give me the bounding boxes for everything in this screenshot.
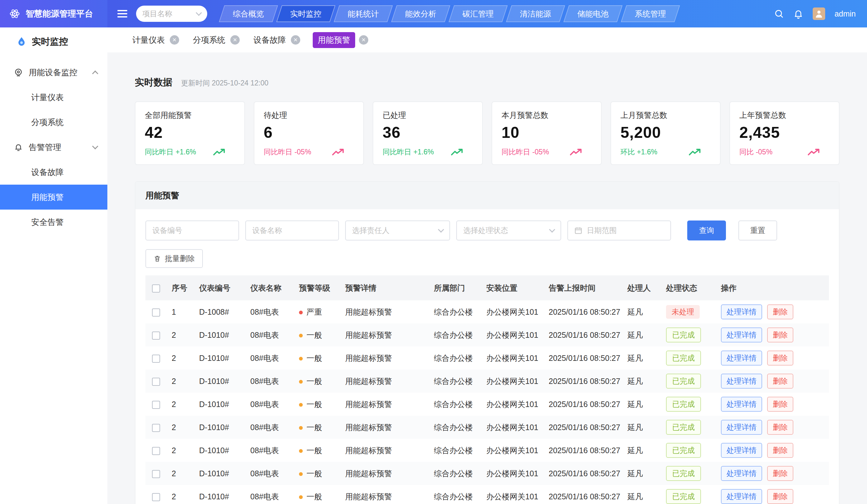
row-checkbox[interactable] xyxy=(152,354,160,363)
device-no-input[interactable] xyxy=(146,220,239,240)
row-checkbox[interactable] xyxy=(152,331,160,340)
nav-tab[interactable]: 综合概览 xyxy=(219,5,278,22)
delete-button[interactable]: 删除 xyxy=(767,466,793,481)
detail-button[interactable]: 处理详情 xyxy=(721,397,762,412)
table-cell: 综合办公楼 xyxy=(429,416,481,439)
nav-tab[interactable]: 系统管理 xyxy=(621,5,680,22)
username: admin xyxy=(835,9,856,19)
delete-button[interactable]: 删除 xyxy=(767,420,793,435)
sidebar-group[interactable]: 用能设备监控 xyxy=(0,60,107,85)
tab-chip[interactable]: 用能预警× xyxy=(313,32,368,48)
column-header: 序号 xyxy=(167,275,194,300)
bell-icon[interactable] xyxy=(793,9,803,19)
level-dot xyxy=(299,311,303,314)
sidebar-group[interactable]: 告警管理 xyxy=(0,135,107,160)
nav-tab[interactable]: 实时监控 xyxy=(276,5,335,22)
table-cell: 08#电表 xyxy=(245,300,294,324)
detail-button[interactable]: 处理详情 xyxy=(721,443,762,458)
stat-card-delta: 同比昨日 +1.6% xyxy=(383,147,434,157)
table-row: 2D-1010#08#电表一般用能超标预警综合办公楼办公楼网关1012025/0… xyxy=(146,416,829,439)
table-cell: 2 xyxy=(167,485,194,504)
nav-tab[interactable]: 能效分析 xyxy=(391,5,450,22)
project-select[interactable]: 项目名称 xyxy=(136,6,207,22)
close-icon[interactable]: × xyxy=(170,35,179,45)
nav-tab[interactable]: 能耗统计 xyxy=(334,5,393,22)
detail-button[interactable]: 处理详情 xyxy=(721,351,762,365)
row-checkbox[interactable] xyxy=(152,493,160,501)
sidebar-item[interactable]: 设备故障 xyxy=(0,160,107,185)
delete-button[interactable]: 删除 xyxy=(767,351,793,365)
stat-card: 上月预警总数5,200环比 +1.6% xyxy=(610,101,721,165)
detail-button[interactable]: 处理详情 xyxy=(721,328,762,342)
alerts-panel: 用能预警 选择责任人 选择处理状态 xyxy=(135,181,839,504)
level-dot xyxy=(299,357,303,361)
tab-chip[interactable]: 分项系统× xyxy=(192,32,240,48)
row-checkbox[interactable] xyxy=(152,401,160,409)
row-checkbox[interactable] xyxy=(152,470,160,478)
delete-button[interactable]: 删除 xyxy=(767,443,793,458)
delete-button[interactable]: 删除 xyxy=(767,374,793,388)
nav-tab[interactable]: 储能电池 xyxy=(563,5,623,22)
level-cell: 一般 xyxy=(294,393,340,416)
level-dot xyxy=(299,403,303,407)
tab-chip[interactable]: 设备故障× xyxy=(252,32,300,48)
date-range-picker[interactable]: 日期范围 xyxy=(567,220,671,240)
nav-tab[interactable]: 清洁能源 xyxy=(506,5,565,22)
table-cell: D-1010# xyxy=(194,416,245,439)
close-icon[interactable]: × xyxy=(230,35,240,45)
nav-tab[interactable]: 碳汇管理 xyxy=(449,5,508,22)
delete-button[interactable]: 删除 xyxy=(767,304,793,319)
row-checkbox[interactable] xyxy=(152,308,160,317)
tab-chip[interactable]: 计量仪表× xyxy=(131,32,179,48)
table-cell: 08#电表 xyxy=(245,462,294,485)
table-cell: 08#电表 xyxy=(245,485,294,504)
level-cell: 一般 xyxy=(294,347,340,370)
batch-delete-button[interactable]: 批量删除 xyxy=(146,249,203,268)
owner-select[interactable]: 选择责任人 xyxy=(345,220,450,240)
detail-button[interactable]: 处理详情 xyxy=(721,420,762,435)
level-dot xyxy=(299,426,303,430)
stat-card-value: 6 xyxy=(264,123,354,142)
brand-logo-icon xyxy=(9,8,21,20)
status-select[interactable]: 选择处理状态 xyxy=(456,220,561,240)
column-header: 操作 xyxy=(716,275,829,300)
search-icon[interactable] xyxy=(774,9,784,19)
sidebar-group-label: 用能设备监控 xyxy=(29,67,77,78)
table-cell: 1 xyxy=(167,300,194,324)
select-all-checkbox[interactable] xyxy=(152,284,160,293)
reset-button[interactable]: 重置 xyxy=(738,220,777,240)
menu-collapse-icon[interactable] xyxy=(117,10,127,18)
detail-button[interactable]: 处理详情 xyxy=(721,489,762,504)
detail-button[interactable]: 处理详情 xyxy=(721,466,762,481)
sidebar-item[interactable]: 计量仪表 xyxy=(0,85,107,110)
table-cell: 2 xyxy=(167,324,194,347)
sidebar-item[interactable]: 安全告警 xyxy=(0,210,107,234)
table-cell: 用能超标预警 xyxy=(340,416,429,439)
delete-button[interactable]: 删除 xyxy=(767,328,793,342)
stat-card: 已处理36同比昨日 +1.6% xyxy=(373,101,483,165)
delete-button[interactable]: 删除 xyxy=(767,489,793,504)
device-name-input[interactable] xyxy=(245,220,339,240)
ops-cell: 处理详情删除 xyxy=(716,324,829,347)
table-cell: 用能超标预警 xyxy=(340,300,429,324)
main-area: 计量仪表×分项系统×设备故障×用能预警× 实时数据 更新时间 2025-10-2… xyxy=(107,28,867,504)
table-cell: 用能超标预警 xyxy=(340,347,429,370)
delete-button[interactable]: 删除 xyxy=(767,397,793,412)
detail-button[interactable]: 处理详情 xyxy=(721,304,762,319)
ops-cell: 处理详情删除 xyxy=(716,439,829,462)
search-button[interactable]: 查询 xyxy=(687,220,726,240)
stat-card-value: 42 xyxy=(145,123,235,142)
sidebar-item[interactable]: 分项系统 xyxy=(0,110,107,135)
detail-button[interactable]: 处理详情 xyxy=(721,374,762,388)
status-badge: 已完成 xyxy=(666,397,701,412)
table-cell: 办公楼网关101 xyxy=(481,300,544,324)
avatar[interactable] xyxy=(813,8,825,20)
sidebar-item[interactable]: 用能预警 xyxy=(0,185,107,210)
close-icon[interactable]: × xyxy=(291,35,300,45)
row-checkbox[interactable] xyxy=(152,424,160,432)
row-checkbox[interactable] xyxy=(152,447,160,455)
tab-chip-label: 分项系统 xyxy=(192,32,227,48)
row-checkbox[interactable] xyxy=(152,378,160,386)
close-icon[interactable]: × xyxy=(359,35,368,45)
stat-card-label: 上年预警总数 xyxy=(739,110,829,120)
